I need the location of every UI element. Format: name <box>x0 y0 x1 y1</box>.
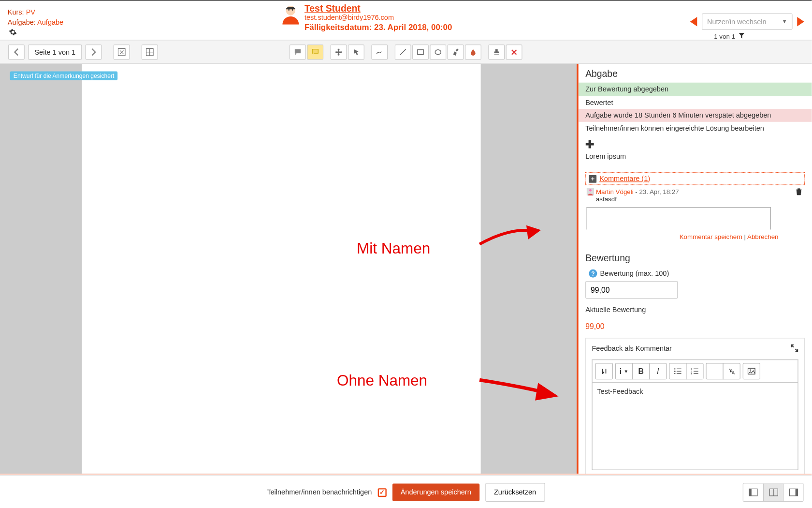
document-area[interactable]: Entwurf für die Anmerkungen gesichert Mi… <box>0 64 577 474</box>
cancel-comment-link[interactable]: Abbrechen <box>747 233 778 240</box>
svg-text:3: 3 <box>691 373 692 374</box>
arrow-icon <box>477 368 561 403</box>
svg-point-3 <box>292 9 293 11</box>
footer: Teilnehmer/innen benachrichtigen ✓ Änder… <box>0 476 812 507</box>
task-label: Aufgabe: <box>8 18 37 26</box>
link-button[interactable] <box>706 363 723 379</box>
notify-label: Teilnehmer/innen benachrichtigen <box>267 488 372 496</box>
oval-tool[interactable] <box>430 44 446 59</box>
pen-tool[interactable] <box>371 44 388 59</box>
svg-rect-21 <box>749 489 752 496</box>
filter-icon[interactable] <box>739 33 744 40</box>
drag-tool[interactable] <box>331 44 347 59</box>
comment-tool-active[interactable] <box>307 44 323 59</box>
arrow-icon <box>477 221 547 250</box>
svg-point-9 <box>435 49 441 54</box>
page-indicator: Seite 1 von 1 <box>28 44 82 59</box>
save-comment-link[interactable]: Kommentar speichern <box>680 233 742 240</box>
rectangle-tool[interactable] <box>412 44 429 59</box>
comment-date: 23. Apr, 18:27 <box>639 188 679 195</box>
student-name[interactable]: Test Student <box>304 3 361 14</box>
help-icon[interactable]: ? <box>589 269 597 278</box>
draft-saved-badge: Entwurf für die Anmerkungen gesichert <box>10 72 118 80</box>
unlink-button[interactable] <box>723 363 740 379</box>
highlight-tool[interactable] <box>448 44 464 59</box>
gear-icon[interactable] <box>9 28 17 38</box>
current-grade-value: 99,00 <box>585 322 805 331</box>
image-button[interactable] <box>743 363 760 379</box>
delete-comment-button[interactable] <box>796 188 803 196</box>
user-icon <box>587 188 594 195</box>
due-date: Fälligkeitsdatum: 23. April 2018, 00:00 <box>304 22 452 31</box>
annotation-ohne-namen: Ohne Namen <box>337 372 427 390</box>
reset-button[interactable]: Zurücksetzen <box>485 483 545 502</box>
feedback-box: Feedback als Kommentar i ▼ B I 123 <box>585 338 805 474</box>
svg-point-11 <box>589 189 592 192</box>
collapse-comments-button[interactable] <box>114 44 130 59</box>
font-size-button[interactable]: i ▼ <box>615 363 633 379</box>
feedback-label: Feedback als Kommentar <box>592 344 798 352</box>
status-late: Aufgabe wurde 18 Stunden 6 Minuten versp… <box>579 109 812 122</box>
svg-rect-8 <box>418 49 423 54</box>
comment-input[interactable] <box>587 207 771 229</box>
color-tool[interactable] <box>465 44 481 59</box>
comment-user[interactable]: Martin Vögeli <box>596 188 634 195</box>
grading-heading: Bewertung <box>585 253 805 264</box>
current-grade-label: Aktuelle Bewertung <box>585 306 805 314</box>
comment-entry: Martin Vögeli - 23. Apr, 18:27 asfasdf <box>585 188 805 202</box>
stamp-tool[interactable] <box>488 44 505 59</box>
submission-heading: Abgabe <box>585 69 805 79</box>
course-link[interactable]: PV <box>26 8 35 16</box>
italic-button[interactable]: I <box>649 363 667 379</box>
layout-right-button[interactable] <box>783 483 803 501</box>
expand-icon[interactable] <box>791 344 798 353</box>
header-left: Kurs: PV Aufgabe: Aufgabe <box>8 8 63 28</box>
editor-toggle-button[interactable] <box>595 363 613 379</box>
status-submitted: Zur Bewertung abgegeben <box>579 83 812 96</box>
delete-tool[interactable] <box>506 44 522 59</box>
layout-both-button[interactable] <box>763 483 783 501</box>
status-editable: Teilnehmer/innen können eingereichte Lös… <box>585 122 805 135</box>
chevron-down-icon: ▼ <box>782 19 787 25</box>
toolbar: Seite 1 von 1 <box>0 40 812 64</box>
feedback-editor[interactable]: Test-Feedback <box>592 382 798 470</box>
svg-point-12 <box>674 368 675 369</box>
comment-tool[interactable] <box>290 44 306 59</box>
avatar <box>280 3 302 25</box>
select-tool[interactable] <box>348 44 364 59</box>
annotation-mit-namen: Mit Namen <box>357 239 430 258</box>
submission-text: Lorem ipsum <box>585 152 805 161</box>
layout-left-button[interactable] <box>743 483 763 501</box>
comment-body: asfasdf <box>596 195 805 203</box>
plus-icon: + <box>589 175 596 182</box>
comments-link[interactable]: Kommentare (1) <box>599 175 650 183</box>
svg-rect-6 <box>295 49 301 53</box>
expand-submission-button[interactable]: ✚ <box>585 138 805 151</box>
bold-button[interactable]: B <box>632 363 650 379</box>
user-switch-select[interactable]: Nutzer/in wechseln ▼ <box>702 14 793 30</box>
task-link[interactable]: Aufgabe <box>37 18 63 26</box>
grade-label: Bewertung (max. 100) <box>600 269 669 278</box>
editor-toolbar: i ▼ B I 123 <box>592 359 798 382</box>
bullet-list-button[interactable] <box>669 363 686 379</box>
header-right: Nutzer/in wechseln ▼ <box>690 14 804 30</box>
user-count: 1 von 1 <box>714 33 744 40</box>
layout-buttons <box>743 483 804 502</box>
number-list-button[interactable]: 123 <box>686 363 703 379</box>
header-center: Test Student test.student@birdy1976.com … <box>280 3 452 31</box>
svg-point-14 <box>674 373 675 374</box>
student-email[interactable]: test.student@birdy1976.com <box>304 14 452 22</box>
prev-page-button[interactable] <box>8 44 25 59</box>
grade-input[interactable] <box>585 281 678 299</box>
expand-comments-button[interactable] <box>142 44 158 59</box>
svg-rect-7 <box>312 49 318 53</box>
next-page-button[interactable] <box>86 44 102 59</box>
next-user-button[interactable] <box>797 17 804 26</box>
right-panel: Abgabe Zur Bewertung abgegeben Bewertet … <box>577 64 812 474</box>
line-tool[interactable] <box>395 44 411 59</box>
notify-checkbox[interactable]: ✓ <box>377 488 386 497</box>
prev-user-button[interactable] <box>690 17 697 26</box>
save-button[interactable]: Änderungen speichern <box>392 483 479 501</box>
comments-toggle[interactable]: + Kommentare (1) <box>585 172 805 185</box>
svg-point-19 <box>750 370 751 371</box>
